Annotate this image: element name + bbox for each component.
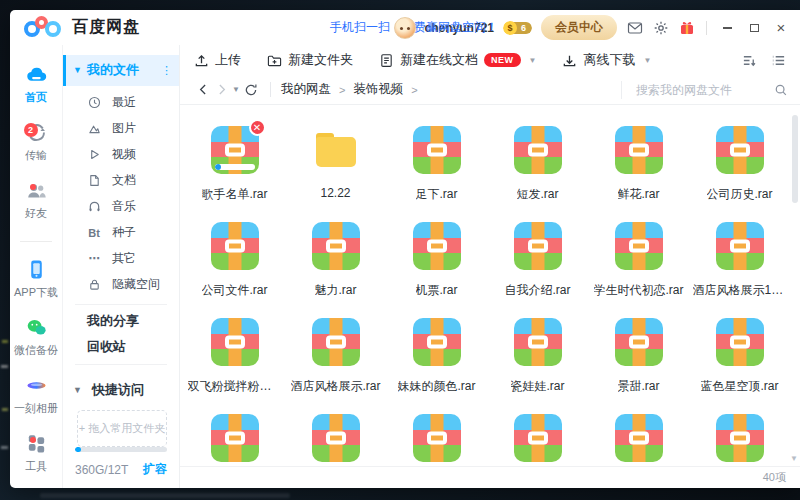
home-cloud-icon: [25, 63, 48, 86]
coin-badge[interactable]: $ 6: [503, 21, 532, 35]
back-button[interactable]: [194, 83, 212, 96]
navigation-bar: ▼ 我的网盘 > 装饰视频 >: [180, 75, 800, 105]
file-item[interactable]: 佳木斯.rar: [487, 401, 588, 466]
sidebar-category-images[interactable]: 图片: [63, 116, 179, 142]
app-download-icon: [25, 258, 48, 281]
rail-item-label: 工具: [25, 459, 47, 474]
rail-item-label: 一刻相册: [14, 401, 58, 416]
rar-archive-icon: [211, 414, 259, 462]
divider: [75, 304, 167, 305]
more-dots-icon[interactable]: ⋮: [161, 64, 173, 77]
file-item[interactable]: 短发.rar: [487, 113, 588, 209]
chevron-down-icon[interactable]: ▼: [643, 56, 651, 65]
rail-item-1[interactable]: 首页: [10, 55, 62, 113]
maximize-button[interactable]: [745, 19, 763, 37]
desktop-background-fragment: [40, 493, 290, 498]
rail-item-label: APP下载: [14, 285, 58, 300]
expand-storage-button[interactable]: 扩容: [143, 461, 167, 478]
minimize-button[interactable]: [718, 19, 736, 37]
file-item[interactable]: 没有灯光的效果.rar: [184, 401, 285, 466]
settings-gear-icon[interactable]: [652, 19, 669, 36]
file-item[interactable]: 双飞粉搅拌粉色.r...: [184, 305, 285, 401]
sidebar-item-quick-access[interactable]: ▼ 快捷访问: [63, 377, 179, 403]
app-window: 百度网盘 手机扫一扫，免费赢网盘空间！ chenyun721 $ 6 会员中心 …: [10, 10, 800, 488]
sidebar-category-documents[interactable]: 文档: [63, 168, 179, 194]
sidebar-category-other[interactable]: ⋯其它: [63, 246, 179, 272]
file-item[interactable]: 学生时代初恋.rar: [588, 209, 689, 305]
file-item[interactable]: 鲜花.rar: [588, 113, 689, 209]
view-mode-icon[interactable]: [771, 53, 786, 68]
upload-button[interactable]: 上传: [194, 51, 241, 69]
rar-archive-icon: [211, 318, 259, 366]
history-dropdown-icon[interactable]: ▼: [232, 85, 240, 94]
sidebar-category-videos[interactable]: 视频: [63, 142, 179, 168]
new-doc-icon: [379, 53, 394, 68]
file-item[interactable]: 瓷娃娃.rar: [487, 305, 588, 401]
file-item[interactable]: 妹妹的颜色.rar: [386, 305, 487, 401]
mail-icon[interactable]: [626, 19, 643, 36]
refresh-button[interactable]: [242, 83, 260, 97]
rail-item-3[interactable]: 好友: [10, 171, 62, 229]
rail-item-4[interactable]: APP下载: [10, 250, 62, 308]
other-icon: ⋯: [87, 252, 101, 266]
file-item[interactable]: 公司文件.rar: [184, 209, 285, 305]
sidebar-item-my-files[interactable]: ▼ 我的文件 ⋮: [63, 55, 179, 86]
desktop-background-fragment: [2, 408, 8, 411]
user-avatar[interactable]: [394, 17, 416, 39]
file-item[interactable]: 公司历史.rar: [689, 113, 790, 209]
sidebar-category-hidden-space[interactable]: 隐藏空间: [63, 272, 179, 298]
rail-item-6[interactable]: 一刻相册: [10, 366, 62, 424]
file-item[interactable]: 机票.rar: [386, 209, 487, 305]
new-folder-icon: [267, 53, 282, 68]
rail-item-2[interactable]: 2传输: [10, 113, 62, 171]
vip-center-button[interactable]: 会员中心: [541, 15, 617, 40]
breadcrumb-current[interactable]: 装饰视频: [353, 81, 403, 98]
file-item[interactable]: 足下.rar: [386, 113, 487, 209]
file-name: 酒店风格展示.rar: [291, 378, 381, 395]
offline-download-button[interactable]: 离线下载 ▼: [562, 51, 651, 69]
chevron-down-icon[interactable]: ▼: [529, 56, 537, 65]
sidebar-category-recent[interactable]: 最近: [63, 90, 179, 116]
sidebar-category-music[interactable]: 音乐: [63, 194, 179, 220]
rail-item-5[interactable]: 微信备份: [10, 308, 62, 366]
file-item[interactable]: ✕歌手名单.rar: [184, 113, 285, 209]
videos-icon: [87, 148, 101, 162]
sidebar-category-torrent[interactable]: Bt种子: [63, 220, 179, 246]
new-badge: NEW: [484, 53, 521, 67]
sidebar-item-my-share[interactable]: 我的分享: [63, 309, 179, 335]
sidebar: ▼ 我的文件 ⋮ 最近图片视频文档音乐Bt种子⋯其它隐藏空间 我的分享 回收站 …: [63, 45, 180, 488]
scrollbar-down-arrow[interactable]: ▼: [790, 454, 798, 463]
file-item[interactable]: 自我介绍.rar: [487, 209, 588, 305]
rail-item-7[interactable]: 工具: [10, 424, 62, 482]
new-online-doc-button[interactable]: 新建在线文档 NEW ▼: [379, 51, 536, 69]
search-input[interactable]: [636, 83, 766, 97]
storage-progressbar: [75, 447, 167, 452]
divider: [20, 241, 52, 242]
breadcrumb-root[interactable]: 我的网盘: [281, 81, 331, 98]
wechat-backup-icon: [25, 316, 48, 339]
file-item[interactable]: 装修173视频.rar: [386, 401, 487, 466]
file-item[interactable]: 牛魔.rar: [689, 401, 790, 466]
status-bar: 40项: [180, 466, 800, 488]
file-item[interactable]: 酒店风格展示1.rar: [689, 209, 790, 305]
file-item[interactable]: 酒店风格展示.rar: [285, 305, 386, 401]
folder-item[interactable]: 12.22: [285, 113, 386, 209]
sidebar-item-recycle-bin[interactable]: 回收站: [63, 334, 179, 360]
storage-usage: 360G/12T: [75, 463, 128, 477]
error-badge-icon[interactable]: ✕: [249, 119, 266, 136]
drag-folder-dropzone[interactable]: + 拖入常用文件夹: [77, 410, 167, 447]
new-folder-button[interactable]: 新建文件夹: [267, 51, 353, 69]
scrollbar-thumb[interactable]: [792, 115, 798, 203]
file-item[interactable]: 景甜.rar: [588, 305, 689, 401]
search-icon[interactable]: [774, 83, 788, 97]
file-item[interactable]: 瓦京士.rar: [285, 401, 386, 466]
close-button[interactable]: ×: [772, 19, 790, 37]
rail-item-label: 传输: [25, 148, 47, 163]
forward-button[interactable]: [212, 83, 230, 96]
file-item[interactable]: 蓝色星空顶.rar: [689, 305, 790, 401]
gift-icon[interactable]: [678, 19, 695, 36]
file-item[interactable]: 00.rar: [588, 401, 689, 466]
file-item[interactable]: 魅力.rar: [285, 209, 386, 305]
sort-order-icon[interactable]: [742, 53, 757, 68]
left-rail: 首页2传输好友APP下载微信备份一刻相册工具: [10, 45, 63, 488]
